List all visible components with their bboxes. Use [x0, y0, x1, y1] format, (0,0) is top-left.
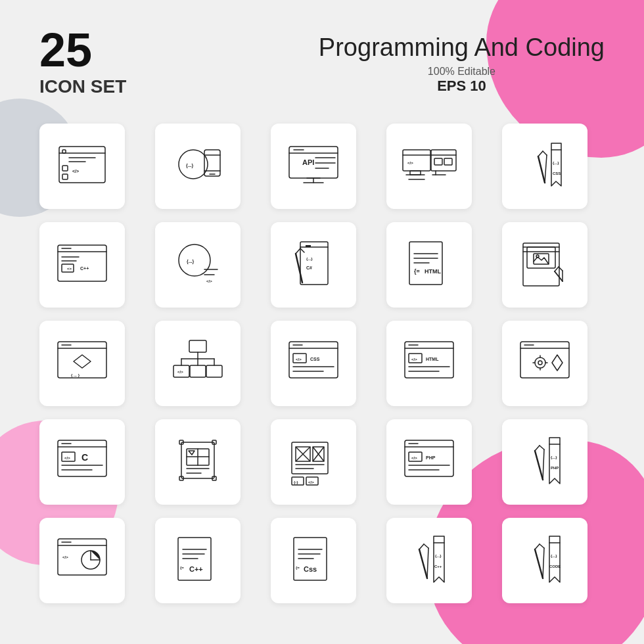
- svg-text:</>: </>: [296, 357, 302, 361]
- icon-browser-css: </> CSS: [271, 321, 356, 406]
- svg-text:{...}: {...}: [551, 554, 557, 558]
- svg-line-167: [535, 446, 540, 451]
- svg-rect-27: [410, 171, 421, 175]
- icon-file-cpp: {= C++: [155, 518, 241, 603]
- svg-marker-59: [306, 245, 311, 247]
- icon-circle-curly: {...} </>: [155, 222, 241, 308]
- icon-file-css: {= Css: [271, 518, 356, 603]
- svg-line-62: [296, 254, 302, 283]
- svg-text:<>: <>: [67, 267, 72, 271]
- svg-text:{=: {=: [296, 566, 300, 570]
- svg-line-169: [543, 449, 544, 480]
- header: 25 ICON SET Programming And Coding 100% …: [39, 26, 605, 97]
- svg-text:</>: </>: [64, 456, 70, 460]
- icon-pencil-css: {...} CSS: [502, 124, 587, 209]
- svg-text:</>: </>: [407, 161, 413, 165]
- svg-text:{ ... }: { ... }: [71, 373, 80, 377]
- icon-pencil-code: {...} CODE: [502, 518, 587, 603]
- svg-rect-86: [189, 340, 206, 352]
- svg-line-168: [540, 446, 544, 449]
- svg-rect-10: [204, 150, 220, 176]
- svg-text:CODE: CODE: [549, 564, 561, 568]
- icon-browser-chart: </>: [39, 518, 125, 603]
- svg-rect-72: [527, 247, 555, 268]
- svg-text:PHP: PHP: [426, 455, 436, 460]
- svg-rect-81: [58, 342, 106, 378]
- icon-pencil-php: {...} PHP: [502, 419, 587, 505]
- header-left: 25 ICON SET: [39, 26, 126, 97]
- svg-line-41: [538, 151, 543, 156]
- svg-rect-31: [434, 158, 442, 165]
- icon-grid: </> {...} API: [39, 124, 605, 603]
- svg-text:C#: C#: [306, 265, 312, 270]
- svg-point-52: [179, 244, 210, 276]
- svg-line-195: [424, 544, 428, 548]
- collection-title: Programming And Coding: [319, 33, 605, 63]
- icon-wireframe: {-} </>: [271, 419, 356, 505]
- svg-text:C: C: [81, 452, 88, 463]
- svg-text:{-}: {-}: [294, 480, 298, 484]
- svg-text:HTML: HTML: [425, 268, 441, 275]
- icon-browser-html: </> HTML: [386, 321, 472, 406]
- svg-text:</>: </>: [62, 555, 68, 559]
- svg-text:</>: </>: [411, 357, 417, 361]
- svg-text:{...}: {...}: [551, 455, 557, 459]
- icon-browser-diamond: { ... }: [39, 321, 125, 406]
- svg-point-76: [536, 255, 539, 258]
- icon-circle-dots-mobile: {...}: [155, 124, 241, 209]
- svg-line-77: [555, 271, 563, 281]
- svg-line-202: [535, 544, 540, 549]
- svg-text:{...}: {...}: [306, 257, 313, 261]
- svg-line-40: [538, 156, 545, 183]
- svg-text:HTML: HTML: [426, 357, 439, 361]
- header-right: Programming And Coding 100% Editable EPS…: [319, 26, 605, 95]
- svg-rect-7: [62, 174, 68, 179]
- svg-line-42: [543, 151, 547, 155]
- svg-text:{=: {=: [414, 268, 420, 275]
- icon-design-tool: [155, 419, 241, 505]
- svg-text:{...}: {...}: [435, 554, 442, 558]
- svg-text:PHP: PHP: [551, 466, 559, 470]
- svg-text:</>: </>: [308, 480, 314, 484]
- svg-marker-84: [74, 355, 91, 368]
- icon-browser-gear-diamond: [502, 321, 587, 406]
- svg-line-64: [300, 248, 304, 252]
- svg-text:API: API: [302, 158, 314, 166]
- svg-rect-94: [206, 365, 222, 377]
- svg-rect-44: [58, 245, 106, 281]
- icon-browser-php: </> PHP: [386, 419, 472, 505]
- svg-point-115: [535, 357, 545, 368]
- svg-point-116: [538, 361, 542, 365]
- svg-line-166: [535, 451, 543, 480]
- svg-text:{...}: {...}: [187, 259, 195, 264]
- svg-line-204: [543, 548, 544, 578]
- icon-set-label: ICON SET: [39, 76, 126, 97]
- svg-line-203: [540, 544, 544, 548]
- svg-line-194: [419, 544, 424, 549]
- svg-text:C++: C++: [434, 564, 442, 568]
- svg-text:{...}: {...}: [553, 161, 559, 165]
- svg-text:{...}: {...}: [186, 163, 194, 168]
- icon-dual-monitor-code: </>: [386, 124, 472, 209]
- main-content: 25 ICON SET Programming And Coding 100% …: [0, 0, 644, 630]
- svg-rect-57: [300, 242, 328, 285]
- svg-text:C++: C++: [80, 266, 89, 271]
- svg-line-193: [419, 549, 427, 578]
- icon-html-file: {= HTML: [386, 222, 472, 308]
- icon-pencil-csharp: {...} C#: [271, 222, 356, 308]
- icon-count: 25: [39, 26, 126, 74]
- eps-label: EPS 10: [319, 78, 605, 95]
- svg-text:C++: C++: [189, 565, 203, 573]
- icon-flowchart: </>: [155, 321, 241, 406]
- svg-text:Css: Css: [304, 565, 317, 573]
- svg-text:</>: </>: [177, 370, 183, 374]
- icon-browser-c: </> C: [39, 419, 125, 505]
- svg-line-196: [427, 548, 428, 578]
- icon-browser-code: </>: [39, 124, 125, 209]
- svg-line-201: [535, 549, 543, 578]
- svg-text:</>: </>: [411, 456, 417, 460]
- svg-rect-2: [62, 150, 66, 153]
- svg-rect-24: [403, 150, 430, 171]
- icon-book-image: [502, 222, 587, 308]
- svg-text:CSS: CSS: [553, 172, 561, 175]
